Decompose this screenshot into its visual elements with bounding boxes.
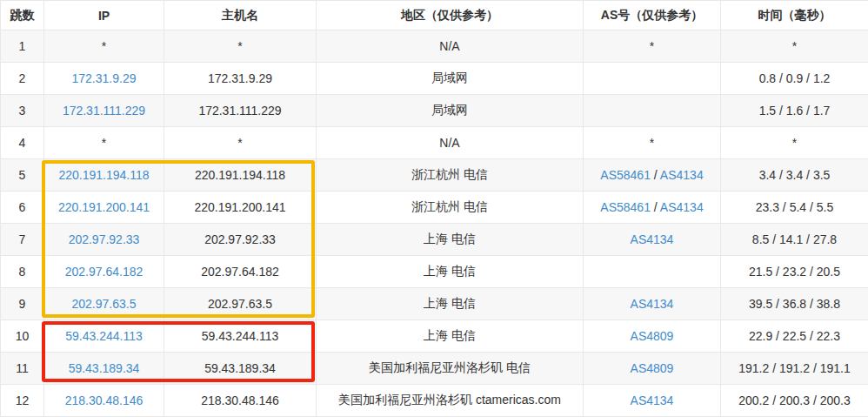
ip-link[interactable]: 172.31.9.29 <box>72 71 137 85</box>
cell-asn: AS58461 / AS4134 <box>584 192 721 224</box>
cell-time: 0.8 / 0.9 / 1.2 <box>721 63 868 95</box>
table-row: 12218.30.48.146218.30.48.146美国加利福尼亚州洛杉矶 … <box>1 385 868 417</box>
ip-link[interactable]: 202.97.64.182 <box>65 265 144 279</box>
header-row: 跳数 IP 主机名 地区（仅供参考） AS号（仅供参考） 时间（毫秒） <box>1 1 868 30</box>
cell-ip: * <box>44 30 164 63</box>
cell-time: 39.5 / 36.8 / 38.8 <box>721 288 868 320</box>
cell-region: 美国加利福尼亚州洛杉矶 电信 <box>317 353 584 385</box>
cell-time: * <box>721 30 868 63</box>
cell-hop: 2 <box>1 63 44 95</box>
cell-hop: 5 <box>1 159 44 192</box>
cell-hostname: 172.31.111.229 <box>164 95 317 127</box>
cell-ip: 59.43.189.34 <box>44 353 164 385</box>
cell-ip: 202.97.64.182 <box>44 256 164 288</box>
cell-asn <box>584 256 721 288</box>
cell-hop: 11 <box>1 353 44 385</box>
col-header-asn: AS号（仅供参考） <box>584 1 721 30</box>
ip-link[interactable]: 220.191.194.118 <box>58 168 149 182</box>
ip-link[interactable]: 172.31.111.229 <box>63 104 145 118</box>
cell-ip: * <box>44 127 164 159</box>
col-header-ip: IP <box>44 1 164 30</box>
table-row: 6220.191.200.141220.191.200.141浙江杭州 电信AS… <box>1 192 868 224</box>
cell-region: 上海 电信 <box>317 288 584 320</box>
asn-link[interactable]: AS58461 <box>600 200 651 214</box>
table-row: 4**N/A** <box>1 127 868 159</box>
cell-region: 局域网 <box>317 63 584 95</box>
cell-time: 22.9 / 22.5 / 22.3 <box>721 320 868 353</box>
cell-asn: AS4134 <box>584 224 721 256</box>
cell-hostname: 202.97.63.5 <box>164 288 317 320</box>
ip-link[interactable]: 59.43.244.113 <box>65 329 143 343</box>
cell-ip: 59.43.244.113 <box>44 320 164 353</box>
cell-asn: AS4134 <box>584 288 721 320</box>
cell-region: 局域网 <box>317 95 584 127</box>
traceroute-results: 跳数 IP 主机名 地区（仅供参考） AS号（仅供参考） 时间（毫秒） 1**N… <box>0 0 868 417</box>
cell-region: 上海 电信 <box>317 224 584 256</box>
cell-hop: 10 <box>1 320 44 353</box>
table-row: 2172.31.9.29172.31.9.29局域网0.8 / 0.9 / 1.… <box>1 63 868 95</box>
cell-ip: 202.97.92.33 <box>44 224 164 256</box>
table-row: 7202.97.92.33202.97.92.33上海 电信AS41348.5 … <box>1 224 868 256</box>
cell-asn: * <box>584 127 721 159</box>
cell-hop: 6 <box>1 192 44 224</box>
cell-hostname: 59.43.189.34 <box>164 353 317 385</box>
cell-hop: 1 <box>1 30 44 63</box>
ip-link[interactable]: 218.30.48.146 <box>65 393 144 407</box>
cell-ip: 172.31.111.229 <box>44 95 164 127</box>
cell-region: N/A <box>317 127 584 159</box>
table-body: 1**N/A**2172.31.9.29172.31.9.29局域网0.8 / … <box>1 30 868 417</box>
table-row: 1159.43.189.3459.43.189.34美国加利福尼亚州洛杉矶 电信… <box>1 353 868 385</box>
cell-asn: * <box>584 30 721 63</box>
ip-link[interactable]: 59.43.189.34 <box>69 361 140 375</box>
asn-link[interactable]: AS4809 <box>631 361 674 375</box>
cell-hostname: 172.31.9.29 <box>164 63 317 95</box>
asn-link[interactable]: AS4134 <box>631 297 674 311</box>
cell-time: 1.5 / 1.6 / 1.7 <box>721 95 868 127</box>
table-row: 3172.31.111.229172.31.111.229局域网1.5 / 1.… <box>1 95 868 127</box>
cell-hop: 7 <box>1 224 44 256</box>
traceroute-table: 跳数 IP 主机名 地区（仅供参考） AS号（仅供参考） 时间（毫秒） 1**N… <box>0 0 868 417</box>
cell-time: * <box>721 127 868 159</box>
ip-link[interactable]: 202.97.63.5 <box>72 297 137 311</box>
cell-ip: 172.31.9.29 <box>44 63 164 95</box>
asn-link[interactable]: AS4134 <box>660 168 704 182</box>
cell-asn <box>584 95 721 127</box>
asn-link[interactable]: AS4134 <box>631 232 674 246</box>
cell-region: 美国加利福尼亚州洛杉矶 ctamericas.com <box>317 385 584 417</box>
asn-link[interactable]: AS4134 <box>660 200 704 214</box>
cell-time: 8.5 / 14.1 / 27.8 <box>721 224 868 256</box>
cell-asn: AS4809 <box>584 353 721 385</box>
cell-time: 200.2 / 200.3 / 200.3 <box>721 385 868 417</box>
cell-hop: 8 <box>1 256 44 288</box>
cell-asn: AS58461 / AS4134 <box>584 159 721 192</box>
cell-ip: 220.191.194.118 <box>44 159 164 192</box>
cell-asn: AS4809 <box>584 320 721 353</box>
cell-region: 浙江杭州 电信 <box>317 192 584 224</box>
cell-ip: 202.97.63.5 <box>44 288 164 320</box>
cell-hop: 12 <box>1 385 44 417</box>
ip-link[interactable]: 202.97.92.33 <box>69 232 140 246</box>
cell-region: N/A <box>317 30 584 63</box>
cell-hostname: 202.97.64.182 <box>164 256 317 288</box>
cell-hostname: * <box>164 30 317 63</box>
cell-hop: 4 <box>1 127 44 159</box>
cell-region: 浙江杭州 电信 <box>317 159 584 192</box>
cell-time: 3.4 / 3.4 / 3.5 <box>721 159 868 192</box>
cell-hostname: 220.191.200.141 <box>164 192 317 224</box>
asn-link[interactable]: AS4134 <box>631 393 674 407</box>
cell-ip: 218.30.48.146 <box>44 385 164 417</box>
col-header-time: 时间（毫秒） <box>721 1 868 30</box>
asn-link[interactable]: AS58461 <box>600 168 651 182</box>
cell-hostname: 202.97.92.33 <box>164 224 317 256</box>
table-row: 1059.43.244.11359.43.244.113上海 电信AS48092… <box>1 320 868 353</box>
col-header-region: 地区（仅供参考） <box>317 1 584 30</box>
table-row: 5220.191.194.118220.191.194.118浙江杭州 电信AS… <box>1 159 868 192</box>
table-row: 9202.97.63.5202.97.63.5上海 电信AS413439.5 /… <box>1 288 868 320</box>
asn-link[interactable]: AS4809 <box>631 329 674 343</box>
cell-hostname: 59.43.244.113 <box>164 320 317 353</box>
table-row: 1**N/A** <box>1 30 868 63</box>
col-header-hop: 跳数 <box>1 1 44 30</box>
col-header-hostname: 主机名 <box>164 1 317 30</box>
cell-time: 21.5 / 23.2 / 20.5 <box>721 256 868 288</box>
ip-link[interactable]: 220.191.200.141 <box>58 200 150 214</box>
